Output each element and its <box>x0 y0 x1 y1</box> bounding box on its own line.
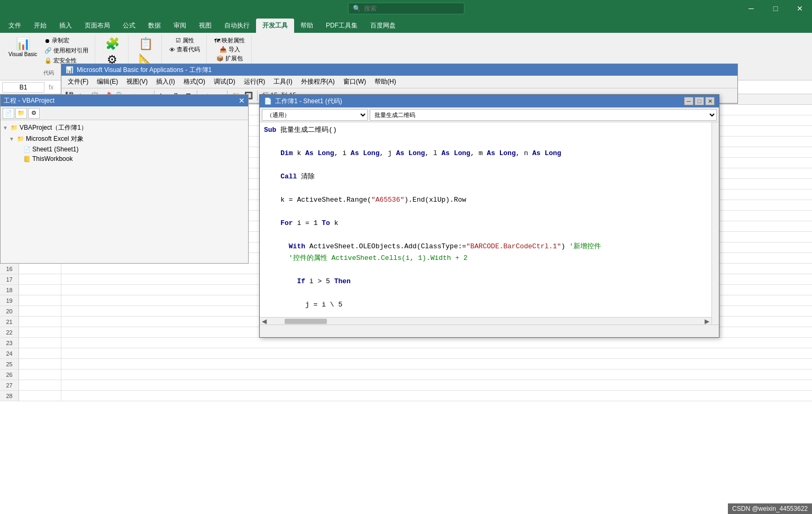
editor-maximize-btn[interactable]: □ <box>695 97 704 105</box>
search-input[interactable] <box>364 5 454 12</box>
vbe-menu-view[interactable]: 视图(V) <box>122 76 152 87</box>
cell-a21[interactable] <box>19 317 61 327</box>
vbe-menu-window[interactable]: 窗口(W) <box>339 76 370 87</box>
vbe-menu-insert[interactable]: 插入(I) <box>152 76 179 87</box>
record-icon: ⏺ <box>44 38 50 44</box>
tree-icon-3: 📒 <box>23 156 31 163</box>
cell-a23[interactable] <box>19 338 61 348</box>
code-line-blank-1 <box>264 136 715 148</box>
cell-a27[interactable] <box>19 380 61 390</box>
code-line-blank-7 <box>264 287 715 299</box>
code-line-5: For i = 1 To k <box>264 218 715 229</box>
map-icon: 🗺 <box>214 38 220 44</box>
record-macro-button[interactable]: ⏺ 录制宏 <box>42 36 90 45</box>
expand-pack-button[interactable]: 📦 扩展包 <box>214 54 245 63</box>
cell-a18[interactable] <box>19 285 61 295</box>
panel-view-obj-btn[interactable]: 📄 <box>3 108 14 119</box>
search-box[interactable]: 🔍 <box>348 3 464 14</box>
row-28: 28 <box>0 391 19 401</box>
scroll-thumb-h[interactable] <box>285 319 327 324</box>
cell-a19[interactable] <box>19 295 61 305</box>
toolbar-sep-4 <box>257 91 258 101</box>
scroll-right-icon[interactable]: ▶ <box>702 318 711 325</box>
maximize-button[interactable]: □ <box>763 0 788 17</box>
tab-pdf[interactable]: PDF工具集 <box>320 19 364 33</box>
cell-a28[interactable] <box>19 391 61 401</box>
object-dropdown[interactable]: （通用） <box>262 109 368 121</box>
tree-label-1: Microsoft Excel 对象 <box>26 134 84 143</box>
code-line-blank-6 <box>264 264 715 276</box>
tree-label-2: Sheet1 (Sheet1) <box>32 146 78 153</box>
tab-view[interactable]: 视图 <box>193 19 218 33</box>
vbe-menu-debug[interactable]: 调试(D) <box>209 76 240 87</box>
row-23: 23 <box>0 338 19 348</box>
cell-a17[interactable] <box>19 274 61 284</box>
row-21: 21 <box>0 317 19 327</box>
code-line-8: If i > 5 Then <box>264 276 715 287</box>
tree-icon-2: 📄 <box>23 146 31 153</box>
import-button[interactable]: 📥 导入 <box>217 45 242 54</box>
vbe-menu-edit[interactable]: 编辑(E) <box>93 76 122 87</box>
cell-a24[interactable] <box>19 348 61 358</box>
view-code-button[interactable]: 👁 查看代码 <box>167 45 202 54</box>
tree-vbaproject[interactable]: ▼ 📁 VBAProject（工作簿1） <box>3 122 246 133</box>
formula-divider: fx <box>47 84 56 91</box>
visual-basic-button[interactable]: 📊 Visual Basic <box>6 36 39 65</box>
editor-close-btn[interactable]: ✕ <box>705 97 715 105</box>
editor-minimize-btn[interactable]: ─ <box>684 97 694 105</box>
vbe-menu-run[interactable]: 运行(R) <box>240 76 270 87</box>
tree-label-3: ThisWorkbook <box>32 155 72 163</box>
tree-sheet1[interactable]: 📄 Sheet1 (Sheet1) <box>3 145 246 154</box>
properties-button[interactable]: ☑ 属性 <box>174 36 196 45</box>
ribbon-group-vba-buttons: 📊 Visual Basic ⏺ 录制宏 🔗 使用相对引用 🔒 宏安全性 <box>6 36 90 65</box>
minimize-button[interactable]: ─ <box>739 0 763 17</box>
vbe-menu-addins[interactable]: 外接程序(A) <box>297 76 339 87</box>
tab-formulas[interactable]: 公式 <box>116 19 142 33</box>
tab-review[interactable]: 审阅 <box>167 19 193 33</box>
cell-a16[interactable] <box>19 264 61 274</box>
addins-button[interactable]: 🧩 <box>101 36 124 52</box>
panel-toggle-folders-btn[interactable]: 📁 <box>15 108 27 119</box>
map-props-button[interactable]: 🗺 映射属性 <box>212 36 247 45</box>
code-area[interactable]: Sub 批量生成二维码() Dim k As Long, i As Long, … <box>260 122 719 324</box>
scroll-left-icon[interactable]: ◀ <box>260 318 269 325</box>
vbe-menu-help[interactable]: 帮助(H) <box>370 76 400 87</box>
cell-a20[interactable] <box>19 306 61 316</box>
tab-pagelayout[interactable]: 页面布局 <box>78 19 116 33</box>
vbe-menubar: 文件(F) 编辑(E) 视图(V) 插入(I) 格式(O) 调试(D) 运行(R… <box>61 76 737 88</box>
vba-editor-titlebar: 📄 工作簿1 - Sheet1 (代码) ─ □ ✕ <box>260 95 719 107</box>
row-27: 27 <box>0 380 19 390</box>
tab-insert[interactable]: 插入 <box>53 19 78 33</box>
vbe-menu-tools[interactable]: 工具(I) <box>269 76 296 87</box>
tab-baidupan[interactable]: 百度网盘 <box>364 19 402 33</box>
expand-icon-2 <box>15 147 22 152</box>
relative-ref-button[interactable]: 🔗 使用相对引用 <box>42 46 90 55</box>
tab-file[interactable]: 文件 <box>2 19 28 33</box>
code-line-blank-4 <box>264 206 715 218</box>
insert-controls-button[interactable]: 📋 <box>134 36 157 52</box>
tab-autorun[interactable]: 自动执行 <box>218 19 256 33</box>
insert-ctrl-icon: 📋 <box>139 37 153 51</box>
cell-a25[interactable] <box>19 359 61 369</box>
procedure-dropdown[interactable]: 批量生成二维码 <box>370 109 717 121</box>
close-button[interactable]: ✕ <box>788 0 812 17</box>
vba-scrollbar-horizontal[interactable]: ◀ ▶ <box>260 317 711 324</box>
vbe-menu-format[interactable]: 格式(O) <box>179 76 209 87</box>
cell-a26[interactable] <box>19 369 61 380</box>
vbe-menu-file[interactable]: 文件(F) <box>63 76 93 87</box>
tab-developer[interactable]: 开发工具 <box>256 19 294 33</box>
row-20: 20 <box>0 306 19 316</box>
vba-scrollbar-vertical[interactable] <box>711 122 719 324</box>
panel-properties-btn[interactable]: ⚙ <box>28 108 40 119</box>
panel-close-button[interactable]: ✕ <box>239 96 245 105</box>
tab-data[interactable]: 数据 <box>142 19 167 33</box>
tree-thisworkbook[interactable]: 📒 ThisWorkbook <box>3 154 246 164</box>
tree-excel-objects[interactable]: ▼ 📁 Microsoft Excel 对象 <box>3 133 246 145</box>
cell-reference[interactable] <box>2 82 44 93</box>
macro-icon: 🔒 <box>44 57 52 64</box>
tab-home[interactable]: 开始 <box>28 19 53 33</box>
tab-help[interactable]: 帮助 <box>294 19 320 33</box>
tree-icon-1: 📁 <box>17 136 24 142</box>
cell-a22[interactable] <box>19 327 61 337</box>
code-line-7: '控件的属性 ActiveSheet.Cells(i, 1).Width + 2 <box>264 253 715 264</box>
